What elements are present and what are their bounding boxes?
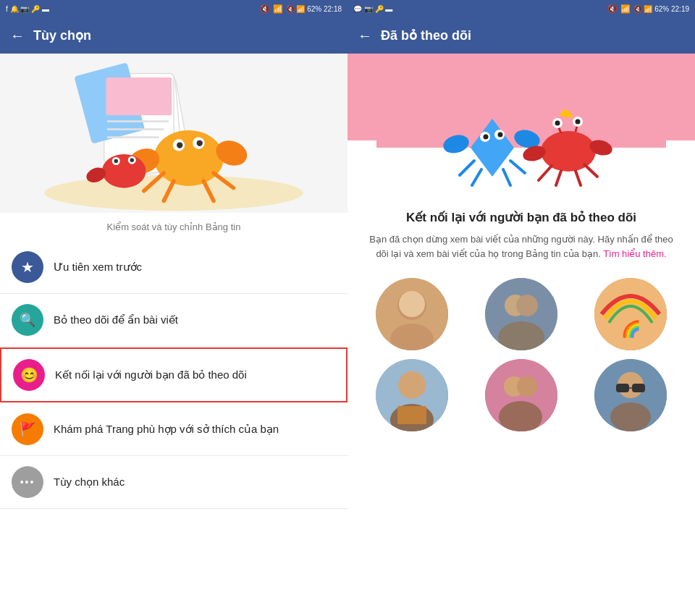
left-panel: f 🔔 📷 🔑 ▬ 🔇 📶 🔇 📶 62% 22:18 ← Tùy chọn <box>0 0 348 616</box>
svg-point-12 <box>177 142 182 148</box>
svg-point-32 <box>498 132 503 138</box>
menu-icon-unfollow: 🔍 <box>12 304 43 336</box>
menu-icon-options: ••• <box>12 466 43 498</box>
right-hero-area <box>348 54 695 198</box>
menu-text-unfollow: Bỏ theo dõi để ẩn bài viết <box>54 313 178 327</box>
smiley-icon: 😊 <box>20 366 38 384</box>
svg-point-44 <box>555 121 560 126</box>
left-wifi-icon: 📶 <box>273 4 283 14</box>
right-messenger-icon: 💬 📷 🔑 ▬ <box>353 5 392 13</box>
svg-point-78 <box>610 402 651 431</box>
right-content: Kết nối lại với người bạn đã bỏ theo dõi… <box>348 198 695 616</box>
right-status-bar-left: 💬 📷 🔑 ▬ <box>353 5 392 13</box>
avatar-4[interactable] <box>362 359 463 431</box>
right-navbar: ← Đã bỏ theo dõi <box>348 17 695 54</box>
right-navbar-title: Đã bỏ theo dõi <box>381 28 471 43</box>
avatar-circle-4[interactable] <box>376 359 448 431</box>
avatar-grid: 🌈 <box>362 272 681 437</box>
svg-point-45 <box>576 119 581 125</box>
star-icon: ★ <box>21 258 34 276</box>
search-icon: 🔍 <box>20 312 35 328</box>
avatar-2[interactable] <box>471 278 572 350</box>
learn-more-link[interactable]: Tìm hiểu thêm. <box>603 248 666 259</box>
avatar-circle-5[interactable] <box>485 359 557 431</box>
avatar-3[interactable]: 🌈 <box>580 278 681 350</box>
left-mute-icon: 🔇 <box>260 4 270 14</box>
svg-point-24 <box>130 158 135 162</box>
left-hero-illustration <box>0 54 348 213</box>
svg-point-60 <box>516 295 538 316</box>
right-battery: 🔇 📶 62% 22:19 <box>633 5 689 13</box>
left-status-bar-right: 🔇 📶 🔇 📶 62% 22:18 <box>260 4 342 14</box>
svg-point-31 <box>484 135 489 140</box>
left-battery: 🔇 📶 62% 22:18 <box>286 5 342 13</box>
more-icon: ••• <box>20 476 35 488</box>
menu-list: ★ Ưu tiên xem trước 🔍 Bỏ theo dõi để ẩn … <box>0 241 348 616</box>
avatar-circle-3[interactable]: 🌈 <box>594 278 667 350</box>
flag-icon: 🚩 <box>20 421 35 437</box>
avatar-6[interactable] <box>580 359 681 431</box>
left-hero-area <box>0 54 348 213</box>
hero-caption-text: Kiểm soát và tùy chỉnh Bảng tin <box>107 221 241 232</box>
menu-icon-reconnect: 😊 <box>13 359 45 391</box>
svg-rect-75 <box>616 384 629 392</box>
svg-point-57 <box>399 291 425 317</box>
menu-item-reconnect[interactable]: 😊 Kết nối lại với người bạn đã bỏ theo d… <box>0 347 348 402</box>
right-back-button[interactable]: ← <box>358 28 372 44</box>
right-status-bar-right: 🔇 📶 🔇 📶 62% 22:19 <box>607 4 689 14</box>
menu-item-discover[interactable]: 🚩 Khám phá Trang phù hợp với sở thích củ… <box>0 403 348 456</box>
avatar-circle-2[interactable] <box>485 278 557 350</box>
menu-item-priority[interactable]: ★ Ưu tiên xem trước <box>0 241 348 294</box>
avatar-5[interactable] <box>471 359 572 431</box>
svg-point-66 <box>398 371 426 399</box>
reconnect-title: Kết nối lại với người bạn đã bỏ theo dõi <box>362 210 681 225</box>
svg-rect-27 <box>376 148 666 198</box>
svg-point-71 <box>517 376 537 397</box>
right-status-bar: 💬 📷 🔑 ▬ 🔇 📶 🔇 📶 62% 22:19 <box>348 0 695 17</box>
menu-text-discover: Khám phá Trang phù hợp với sở thích của … <box>54 422 279 436</box>
right-wifi-icon: 📶 <box>620 4 631 14</box>
svg-point-20 <box>102 154 146 188</box>
right-panel: 💬 📷 🔑 ▬ 🔇 📶 🔇 📶 62% 22:19 ← Đã bỏ theo d… <box>348 0 695 616</box>
svg-point-23 <box>114 159 119 164</box>
svg-rect-5 <box>106 77 172 115</box>
menu-icon-discover: 🚩 <box>12 413 43 445</box>
menu-text-priority: Ưu tiên xem trước <box>54 260 142 274</box>
menu-text-reconnect: Kết nối lại với người bạn đã bỏ theo dõi <box>55 368 247 382</box>
svg-rect-76 <box>632 384 645 392</box>
svg-point-63 <box>594 278 667 350</box>
avatar-circle-1[interactable] <box>376 278 448 350</box>
menu-item-unfollow[interactable]: 🔍 Bỏ theo dõi để ẩn bài viết <box>0 294 348 347</box>
svg-point-13 <box>197 140 203 146</box>
svg-point-72 <box>499 401 542 431</box>
fb-icon: f 🔔 📷 🔑 ▬ <box>6 5 49 13</box>
right-mute-icon: 🔇 <box>607 4 618 14</box>
left-status-bar-left: f 🔔 📷 🔑 ▬ <box>6 5 49 13</box>
right-hero-illustration <box>376 75 666 198</box>
menu-icon-priority: ★ <box>12 251 43 283</box>
hero-caption: Kiểm soát và tùy chỉnh Bảng tin <box>0 213 348 241</box>
svg-rect-68 <box>397 406 426 424</box>
left-status-bar: f 🔔 📷 🔑 ▬ 🔇 📶 🔇 📶 62% 22:18 <box>0 0 348 17</box>
svg-text:🌈: 🌈 <box>620 319 641 339</box>
svg-point-9 <box>154 130 224 186</box>
left-back-button[interactable]: ← <box>10 28 25 44</box>
reconnect-desc: Bạn đã chọn dừng xem bài viết của những … <box>362 232 681 261</box>
avatar-1[interactable] <box>362 278 463 350</box>
avatar-circle-6[interactable] <box>594 359 667 431</box>
menu-item-options[interactable]: ••• Tùy chọn khác <box>0 456 348 509</box>
menu-text-options: Tùy chọn khác <box>54 475 125 489</box>
left-navbar: ← Tùy chọn <box>0 17 348 54</box>
left-navbar-title: Tùy chọn <box>33 28 91 43</box>
